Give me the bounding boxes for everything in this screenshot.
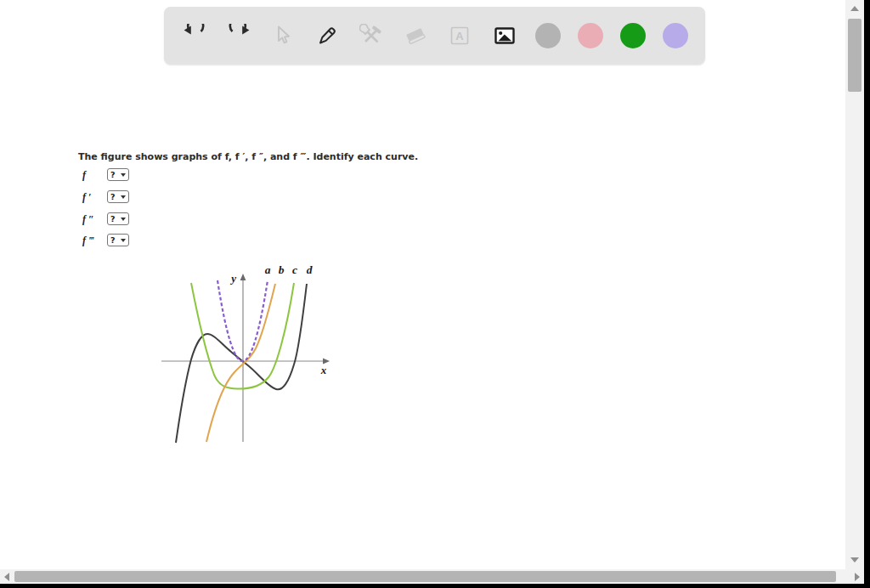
curve-label-c: c <box>292 263 297 276</box>
chevron-down-icon <box>121 239 126 242</box>
answer-dropdown-f-double-prime[interactable]: ? <box>107 212 129 225</box>
question-text: The figure shows graphs of f, f ′, f ″, … <box>78 151 418 162</box>
drawing-toolbar: A <box>164 7 705 65</box>
color-swatch-green[interactable] <box>620 23 646 48</box>
answer-label-f: f <box>82 169 86 182</box>
curve-label-a: a <box>265 263 271 276</box>
right-black-border <box>864 0 870 588</box>
undo-icon[interactable] <box>181 22 208 49</box>
curves-figure: y x a b c d <box>158 260 333 447</box>
redo-icon[interactable] <box>225 22 252 49</box>
tools-icon[interactable] <box>358 22 385 49</box>
color-swatch-lavender[interactable] <box>663 23 688 48</box>
y-axis-arrow <box>240 274 246 280</box>
answer-label-f-prime: f ′ <box>82 191 91 204</box>
horizontal-scrollbar-thumb[interactable] <box>14 571 836 582</box>
scroll-up-icon[interactable] <box>850 6 859 11</box>
answer-dropdown-f-prime[interactable]: ? <box>107 190 129 203</box>
text-tool-glyph: A <box>456 30 465 42</box>
chevron-down-icon <box>121 218 126 221</box>
dropdown-value: ? <box>110 193 116 201</box>
dropdown-value: ? <box>110 171 116 179</box>
curve-label-d: d <box>307 263 313 276</box>
scroll-down-icon[interactable] <box>850 557 859 563</box>
color-swatch-pink[interactable] <box>578 23 603 48</box>
scroll-left-icon[interactable] <box>4 573 9 581</box>
color-swatch-gray[interactable] <box>535 23 561 48</box>
y-axis-label: y <box>229 272 236 285</box>
image-tool-icon[interactable] <box>491 22 518 49</box>
vertical-scrollbar-thumb[interactable] <box>848 19 862 92</box>
answer-dropdown-f-triple-prime[interactable]: ? <box>107 234 129 246</box>
scroll-right-icon[interactable] <box>855 573 860 581</box>
text-tool-icon[interactable]: A <box>446 22 473 49</box>
chevron-down-icon <box>121 195 126 199</box>
pen-icon[interactable] <box>314 22 341 49</box>
curve-label-b: b <box>279 263 285 276</box>
dropdown-value: ? <box>110 236 116 245</box>
x-axis-label: x <box>320 364 327 376</box>
chevron-down-icon <box>121 173 126 177</box>
answer-label-f-triple-prime: f ‴ <box>82 235 94 247</box>
dropdown-value: ? <box>110 215 116 223</box>
answer-dropdown-f[interactable]: ? <box>107 168 129 181</box>
eraser-icon[interactable] <box>402 22 429 49</box>
bottom-black-border <box>0 584 870 588</box>
whiteboard-canvas[interactable]: A The figure shows graphs of f, f ′, f ″… <box>0 0 870 588</box>
answer-label-f-double-prime: f ″ <box>82 213 94 226</box>
curve-b <box>206 284 275 442</box>
cursor-icon[interactable] <box>269 22 297 49</box>
